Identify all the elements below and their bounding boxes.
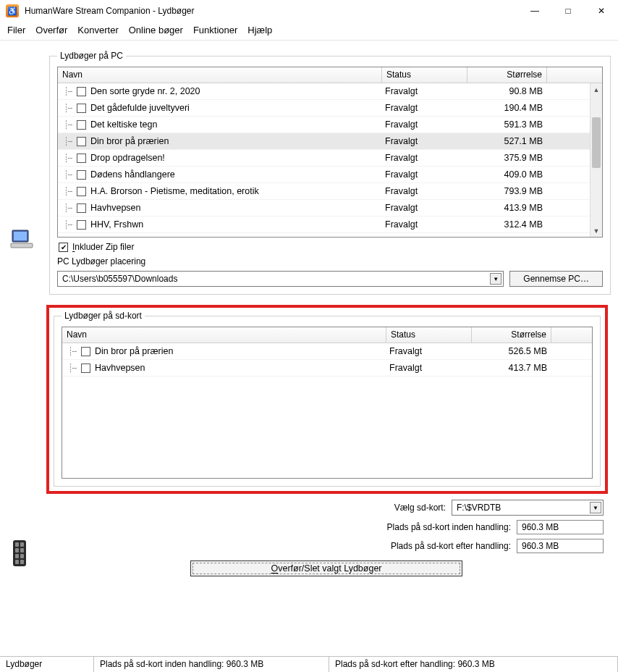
statusbar: Lydbøger Plads på sd-kort inden handling… [0,656,618,672]
status-cell-3: Plads på sd-kort efter handling: 960.3 M… [329,657,618,672]
row-name: HHV, Frshwn [90,219,143,230]
row-status: Fravalgt [382,119,467,130]
table-row[interactable]: ┊╌Det gådefulde juveltyveriFravalgt190.4… [58,100,590,117]
chevron-down-icon[interactable]: ▼ [590,502,601,513]
row-size: 793.9 MB [467,186,547,196]
tree-line-icon: ┊╌ [64,120,77,130]
sd-listview[interactable]: Navn Status Størrelse ┊╌Din bror på prær… [62,327,593,479]
row-status: Fravalgt [382,219,467,230]
row-status: Fravalgt [382,169,467,180]
pc-listview[interactable]: Navn Status Størrelse ┊╌Den sorte gryde … [57,67,603,238]
choose-sd-value: F:\$VRDTB [457,503,501,513]
space-after-label: Plads på sd-kort efter handling: [391,541,511,551]
table-row[interactable]: ┊╌Dødens håndlangereFravalgt409.0 MB [58,167,590,183]
row-checkbox[interactable] [77,220,86,230]
menu-funktioner[interactable]: Funktioner [193,25,237,35]
pc-location-label: PC Lydbøger placering [57,256,603,266]
menu-konverter[interactable]: Konverter [77,25,118,35]
row-checkbox[interactable] [77,120,86,130]
close-button[interactable]: ✕ [585,0,618,22]
sd-list-header[interactable]: Navn Status Størrelse [62,327,592,343]
status-cell-2: Plads på sd-kort inden handling: 960.3 M… [94,657,329,672]
table-row[interactable]: ┊╌Det keltiske tegnFravalgt591.3 MB [58,117,590,133]
pc-location-value: C:\Users\b055597\Downloads [62,274,177,284]
scroll-thumb[interactable] [592,117,601,168]
space-before-label: Plads på sd-kort inden handling: [387,522,511,532]
col-header-size[interactable]: Størrelse [472,327,551,343]
row-size: 526.5 MB [472,346,551,356]
table-row[interactable]: ┊╌H.A. Brorson - Pietisme, meditation, e… [58,183,590,200]
tree-line-icon: ┊╌ [64,220,77,230]
col-header-status[interactable]: Status [386,327,472,343]
menu-online-boger[interactable]: Online bøger [129,25,183,35]
row-name: Den sorte gryde nr. 2, 2020 [90,86,200,96]
row-status: Fravalgt [382,203,467,213]
row-size: 591.3 MB [467,119,547,130]
sd-highlight-frame: Lydbøger på sd-kort Navn Status Størrels… [46,305,608,494]
row-name: Dødens håndlangere [90,169,175,180]
transfer-delete-button[interactable]: Overfør/Slet valgt Lydbøger [190,560,462,576]
row-checkbox[interactable] [77,104,86,113]
menu-filer[interactable]: Filer [7,25,25,35]
row-checkbox[interactable] [81,364,90,373]
col-header-status[interactable]: Status [382,67,467,83]
menu-overfor[interactable]: Overfør [35,25,67,35]
row-checkbox[interactable] [77,154,86,163]
table-row[interactable]: ┊╌HHV, FrshwnFravalgt312.4 MB [58,217,590,233]
row-checkbox[interactable] [81,347,90,356]
scroll-up-icon[interactable]: ▲ [591,83,602,96]
choose-sd-label: Vælg sd-kort: [394,503,446,513]
tree-line-icon: ┊╌ [68,347,81,356]
tree-line-icon: ┊╌ [64,87,77,96]
row-name: Det gådefulde juveltyveri [90,103,190,113]
device-icon [10,540,33,563]
table-row[interactable]: ┊╌HavhvepsenFravalgt413.9 MB [58,200,590,217]
row-size: 90.8 MB [467,86,547,96]
sd-group: Lydbøger på sd-kort Navn Status Størrels… [54,311,601,487]
row-size: 527.1 MB [467,136,547,146]
choose-sd-combo[interactable]: F:\$VRDTB ▼ [452,500,604,516]
table-row[interactable]: ┊╌Den sorte gryde nr. 2, 2020Fravalgt90.… [58,83,590,100]
titlebar: ♿ HumanWare Stream Companion - Lydbøger … [0,0,618,22]
row-checkbox[interactable] [77,170,86,180]
space-before-value: 960.3 MB [517,520,604,534]
row-name: H.A. Brorson - Pietisme, meditation, ero… [90,186,259,196]
tree-line-icon: ┊╌ [64,137,77,146]
browse-pc-button[interactable]: Gennemse PC… [509,271,603,287]
row-name: Drop opdragelsen! [90,153,165,163]
scroll-down-icon[interactable]: ▼ [591,224,602,237]
row-size: 409.0 MB [467,169,547,180]
col-header-name[interactable]: Navn [58,67,382,83]
row-name: Havhvepsen [90,203,141,213]
row-checkbox[interactable] [77,87,86,96]
pc-group-legend: Lydbøger på PC [57,51,126,61]
row-size: 413.9 MB [467,203,547,213]
pc-scrollbar[interactable]: ▲ ▼ [590,83,602,237]
menu-hjaelp[interactable]: Hjælp [247,25,272,35]
include-zip-label: Inkluder Zip filer [72,242,134,252]
maximize-button[interactable]: □ [551,0,585,22]
include-zip-checkbox[interactable]: ✔ [59,243,68,252]
col-header-gap [551,327,592,343]
pc-location-combo[interactable]: C:\Users\b055597\Downloads ▼ [57,271,504,287]
minimize-button[interactable]: — [518,0,551,22]
row-size: 190.4 MB [467,103,547,113]
status-cell-1: Lydbøger [0,657,94,672]
table-row[interactable]: ┊╌HavhvepsenFravalgt413.7 MB [62,360,592,377]
table-row[interactable]: ┊╌Din bror på prærienFravalgt526.5 MB [62,343,592,360]
col-header-name[interactable]: Navn [62,327,386,343]
row-checkbox[interactable] [77,203,86,213]
svg-rect-2 [11,243,33,248]
table-row[interactable]: ┊╌Din bror på prærienFravalgt527.1 MB [58,133,590,150]
chevron-down-icon[interactable]: ▼ [490,273,501,285]
table-row[interactable]: ┊╌Drop opdragelsen!Fravalgt375.9 MB [58,150,590,167]
row-checkbox[interactable] [77,137,86,146]
tree-line-icon: ┊╌ [64,203,77,213]
pc-list-header[interactable]: Navn Status Størrelse [58,67,602,83]
tree-line-icon: ┊╌ [64,187,77,196]
col-header-size[interactable]: Størrelse [467,67,547,83]
row-status: Fravalgt [382,186,467,196]
pc-icon [10,227,33,251]
row-checkbox[interactable] [77,187,86,196]
svg-rect-1 [14,232,27,240]
